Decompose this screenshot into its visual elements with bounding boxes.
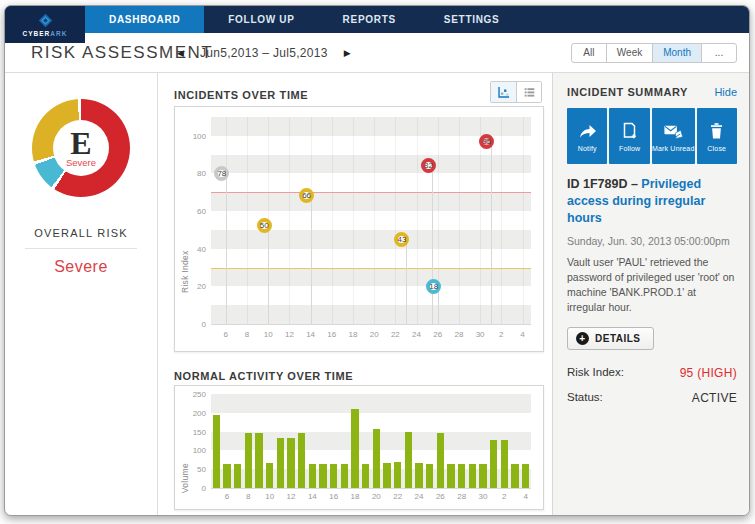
activity-bar-21 bbox=[383, 463, 390, 488]
activity-bar-13 bbox=[298, 433, 305, 488]
x-tick-label: 26 bbox=[428, 330, 448, 339]
mark-unread-button[interactable]: Mark Unread bbox=[652, 108, 695, 164]
x-tick-label: 18 bbox=[345, 492, 365, 501]
incident-heading: ID 1F789D – Privileged access during irr… bbox=[567, 176, 737, 227]
incident-point-43[interactable]: 43 bbox=[394, 232, 409, 247]
grid-line bbox=[374, 117, 375, 324]
header-row: RISK ASSESSMENT ◀ Jun5,2013 – Jul5,2013 … bbox=[5, 33, 749, 73]
activity-bar-7 bbox=[234, 464, 241, 488]
y-tick-label: 40 bbox=[179, 245, 206, 254]
x-tick-label: 12 bbox=[281, 492, 301, 501]
list-view-button[interactable] bbox=[516, 82, 541, 102]
y-tick-label: 150 bbox=[179, 428, 206, 437]
activity-bar-3 bbox=[511, 464, 518, 488]
follow-button[interactable]: Follow bbox=[609, 108, 649, 164]
activity-bar-29 bbox=[469, 464, 476, 488]
grid-line bbox=[289, 117, 290, 324]
overall-risk-panel: E Severe OVERALL RISK Severe bbox=[5, 73, 158, 516]
x-tick-label: 8 bbox=[238, 492, 258, 501]
x-tick-label: 14 bbox=[302, 492, 322, 501]
view-toggle bbox=[490, 81, 542, 103]
threshold-line bbox=[211, 268, 531, 269]
action-label: Mark Unread bbox=[652, 145, 695, 152]
action-label: Close bbox=[707, 145, 726, 152]
nav-item-settings[interactable]: SETTINGS bbox=[420, 6, 524, 33]
incident-point-18[interactable]: 18 bbox=[426, 279, 441, 294]
chevron-left-icon[interactable]: ◀ bbox=[177, 48, 184, 58]
follow-page-icon bbox=[619, 121, 640, 141]
range-button-month[interactable]: Month bbox=[652, 43, 702, 63]
field-value: ACTIVE bbox=[692, 391, 737, 405]
overall-risk-label: OVERALL RISK bbox=[5, 227, 157, 239]
field-label: Risk Index: bbox=[567, 366, 624, 380]
nav-item-dashboard[interactable]: DASHBOARD bbox=[85, 6, 204, 33]
x-tick-label: 6 bbox=[216, 330, 236, 339]
activity-chart: Volume 050100150200250681012141618202224… bbox=[174, 385, 544, 510]
activity-bar-27 bbox=[447, 464, 454, 488]
range-button-week[interactable]: Week bbox=[606, 43, 653, 63]
y-tick-label: 80 bbox=[179, 169, 206, 178]
grid-line bbox=[459, 117, 460, 324]
grid-stripe bbox=[211, 117, 531, 136]
hide-link[interactable]: Hide bbox=[714, 86, 737, 98]
overall-risk-donut-wrap: E Severe bbox=[32, 99, 130, 197]
incident-description: Vault user 'PAUL' retrieved the password… bbox=[567, 255, 737, 316]
details-button[interactable]: + DETAILS bbox=[567, 327, 654, 350]
activity-bar-15 bbox=[319, 464, 326, 488]
brand-text: CYBERARK bbox=[23, 30, 68, 37]
x-tick-label: 16 bbox=[322, 330, 342, 339]
x-tick-label: 28 bbox=[452, 492, 472, 501]
point-drop-line bbox=[491, 145, 492, 324]
incident-point-78[interactable]: 78 bbox=[214, 166, 229, 181]
x-tick-label: 24 bbox=[409, 492, 429, 501]
incident-summary-header: INCIDENT SUMMARY Hide bbox=[567, 86, 737, 98]
x-tick-label: 8 bbox=[237, 330, 257, 339]
trash-icon bbox=[706, 121, 727, 141]
activity-bar-12 bbox=[287, 438, 294, 488]
scatter-view-button[interactable] bbox=[491, 82, 516, 102]
incident-actions: NotifyFollowMark UnreadClose bbox=[567, 108, 737, 164]
activity-bar-18 bbox=[351, 409, 358, 488]
y-tick-label: 250 bbox=[179, 390, 206, 399]
close-button[interactable]: Close bbox=[697, 108, 737, 164]
incident-timestamp: Sunday, Jun. 30, 2013 05:00:00pm bbox=[567, 235, 737, 247]
cyberark-logo[interactable]: CYBERARK bbox=[5, 6, 85, 43]
x-tick-label: 16 bbox=[324, 492, 344, 501]
grid-stripe bbox=[211, 268, 531, 287]
x-tick-label: 30 bbox=[473, 492, 493, 501]
range-button-[interactable]: ... bbox=[701, 43, 737, 63]
notify-button[interactable]: Notify bbox=[567, 108, 607, 164]
field-value: 95 (HIGH) bbox=[680, 366, 737, 380]
activity-bar-6 bbox=[223, 464, 230, 488]
activity-bar-19 bbox=[362, 464, 369, 488]
incident-summary-panel: INCIDENT SUMMARY Hide NotifyFollowMark U… bbox=[552, 73, 750, 516]
activity-section-title: NORMAL ACTIVITY OVER TIME bbox=[174, 370, 353, 382]
grid-line bbox=[480, 117, 481, 324]
point-drop-line bbox=[432, 170, 433, 324]
x-tick-label: 12 bbox=[279, 330, 299, 339]
y-tick-label: 60 bbox=[179, 207, 206, 216]
chevron-right-icon[interactable]: ▶ bbox=[344, 48, 351, 58]
incident-point-95[interactable]: 95 bbox=[479, 134, 494, 149]
incidents-chart: Risk Index 68101214161820222426283024020… bbox=[174, 106, 544, 352]
action-label: Follow bbox=[619, 145, 640, 152]
x-tick-label: 28 bbox=[449, 330, 469, 339]
incidents-section-title: INCIDENTS OVER TIME bbox=[174, 89, 308, 101]
x-tick-label: 20 bbox=[366, 492, 386, 501]
point-drop-line bbox=[226, 177, 227, 324]
x-tick-label: 18 bbox=[343, 330, 363, 339]
notify-arrow-icon bbox=[577, 121, 598, 141]
x-tick-label: 22 bbox=[385, 330, 405, 339]
activity-bar-5 bbox=[213, 415, 220, 488]
nav-items: DASHBOARDFOLLOW UPREPORTSSETTINGS bbox=[85, 6, 523, 33]
range-button-all[interactable]: All bbox=[571, 43, 607, 63]
nav-item-reports[interactable]: REPORTS bbox=[319, 6, 420, 33]
activity-bar-24 bbox=[415, 463, 422, 488]
activity-bar-10 bbox=[266, 463, 273, 488]
activity-bar-8 bbox=[245, 433, 252, 488]
nav-item-follow-up[interactable]: FOLLOW UP bbox=[204, 6, 318, 33]
activity-bar-16 bbox=[330, 464, 337, 488]
mark-unread-envelope-icon bbox=[663, 121, 684, 141]
x-tick-label: 4 bbox=[513, 330, 533, 339]
activity-bar-4 bbox=[522, 464, 529, 488]
